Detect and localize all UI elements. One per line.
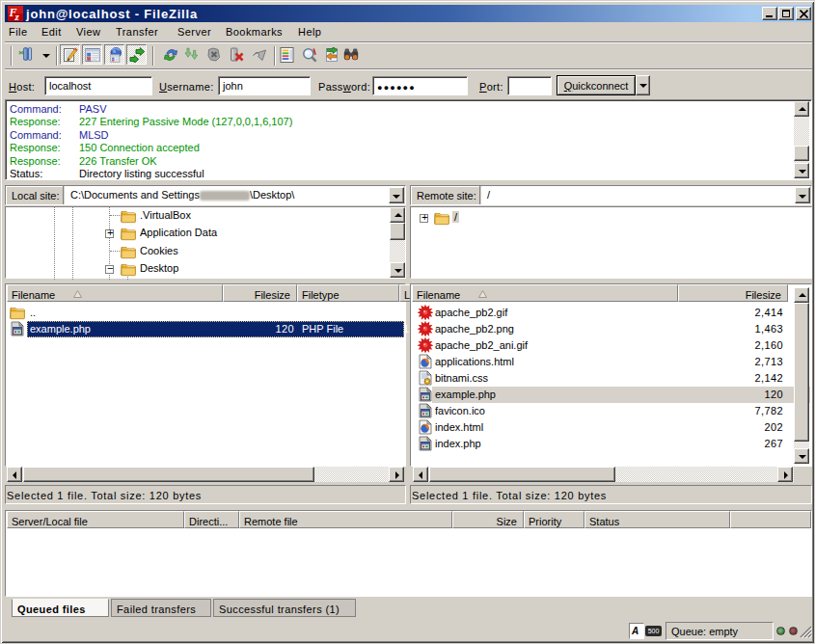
- svg-text:z: z: [14, 11, 20, 21]
